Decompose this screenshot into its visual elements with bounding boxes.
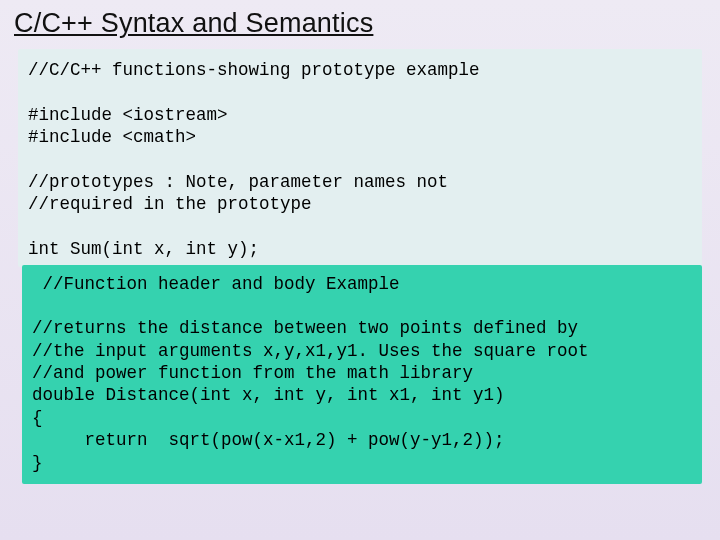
slide: C/C++ Syntax and Semantics //C/C++ funct… xyxy=(0,0,720,540)
code-block-function-body: //Function header and body Example //ret… xyxy=(22,265,702,485)
page-title: C/C++ Syntax and Semantics xyxy=(14,8,706,39)
code-block-prototypes: //C/C++ functions-showing prototype exam… xyxy=(18,49,702,267)
